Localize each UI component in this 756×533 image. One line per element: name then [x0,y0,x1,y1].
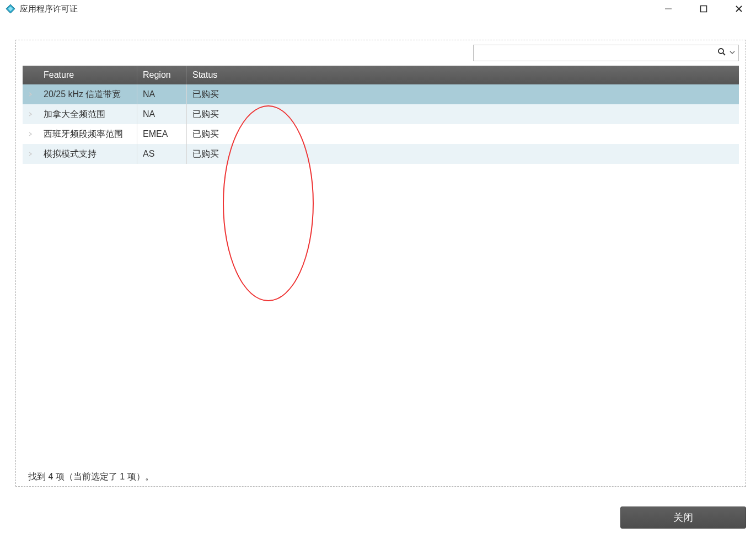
search-icon[interactable] [717,47,726,58]
table-body: 20/25 kHz 信道带宽NA已购买加拿大全频范围NA已购买西班牙频段频率范围… [23,84,739,164]
status-bar: 找到 4 项（当前选定了 1 项）。 [28,471,154,483]
search-box[interactable] [473,45,739,61]
table-row[interactable]: 加拿大全频范围NA已购买 [23,104,739,124]
column-header-feature[interactable]: Feature [38,66,137,84]
content-panel: Feature Region Status 20/25 kHz 信道带宽NA已购… [15,40,746,487]
window-title: 应用程序许可证 [20,4,78,14]
cell-region: AS [137,144,187,164]
column-header-region[interactable]: Region [137,66,187,84]
svg-point-6 [719,49,723,54]
footer: 关闭 [620,507,746,529]
chevron-down-icon[interactable] [730,50,735,56]
cell-feature: 西班牙频段频率范围 [38,124,137,144]
expand-icon[interactable] [23,124,38,144]
cell-region: NA [137,104,187,124]
app-icon [6,4,15,14]
cell-feature: 加拿大全频范围 [38,104,137,124]
cell-region: EMEA [137,124,187,144]
svg-rect-3 [701,6,707,12]
window-controls [660,1,754,17]
close-window-button[interactable] [731,1,747,17]
column-header-status[interactable]: Status [187,66,739,84]
minimize-button[interactable] [660,1,677,17]
search-input[interactable] [478,45,715,61]
titlebar: 应用程序许可证 [0,0,756,18]
expand-icon[interactable] [23,84,38,104]
cell-feature: 20/25 kHz 信道带宽 [38,84,137,104]
maximize-button[interactable] [695,1,712,17]
cell-feature: 模拟模式支持 [38,144,137,164]
table-row[interactable]: 西班牙频段频率范围EMEA已购买 [23,124,739,144]
table-row[interactable]: 20/25 kHz 信道带宽NA已购买 [23,84,739,104]
search-row [19,44,742,66]
cell-status: 已购买 [187,124,739,144]
cell-status: 已购买 [187,144,739,164]
close-button[interactable]: 关闭 [620,507,746,529]
svg-line-7 [723,53,725,55]
cell-status: 已购买 [187,104,739,124]
license-table: Feature Region Status 20/25 kHz 信道带宽NA已购… [23,66,739,164]
expand-icon[interactable] [23,144,38,164]
cell-status: 已购买 [187,84,739,104]
table-row[interactable]: 模拟模式支持AS已购买 [23,144,739,164]
expand-icon[interactable] [23,104,38,124]
table-header-row: Feature Region Status [23,66,739,84]
cell-region: NA [137,84,187,104]
